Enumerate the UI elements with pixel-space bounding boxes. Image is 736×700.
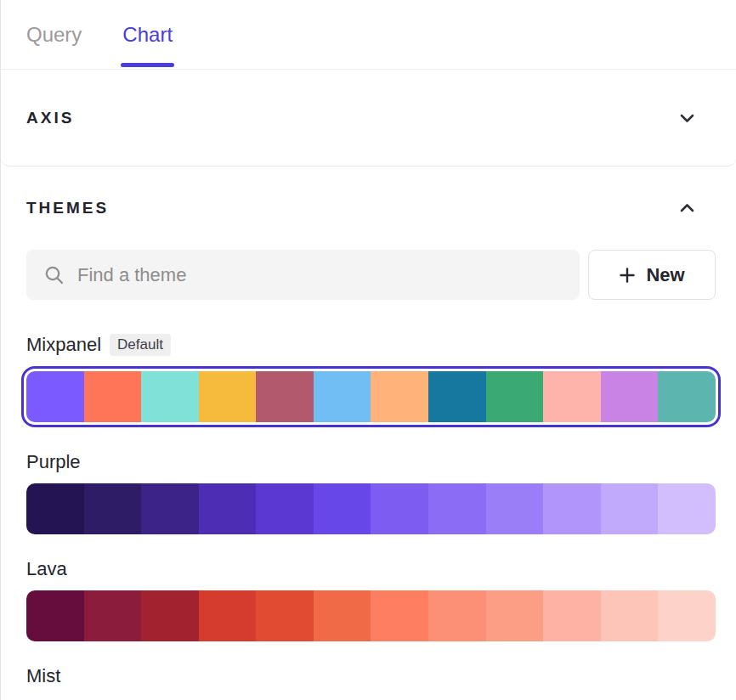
theme-swatch-row[interactable] xyxy=(26,483,716,534)
themes-section-header[interactable]: THEMES xyxy=(1,197,736,219)
color-swatch[interactable] xyxy=(486,590,544,641)
color-swatch[interactable] xyxy=(84,483,142,534)
chevron-up-icon[interactable] xyxy=(679,202,695,214)
theme-name: Purple xyxy=(26,451,81,473)
plus-icon xyxy=(619,267,636,284)
theme-swatch-ring[interactable] xyxy=(26,483,716,534)
color-swatch[interactable] xyxy=(199,371,257,422)
theme-swatch-row[interactable] xyxy=(26,371,716,422)
theme-item: Mist xyxy=(26,665,716,687)
color-swatch[interactable] xyxy=(84,371,142,422)
color-swatch[interactable] xyxy=(486,483,544,534)
color-swatch[interactable] xyxy=(658,371,716,422)
search-input[interactable] xyxy=(77,264,563,286)
color-swatch[interactable] xyxy=(486,371,544,422)
axis-section-title: AXIS xyxy=(26,109,74,127)
color-swatch[interactable] xyxy=(141,483,199,534)
theme-name-row: Mist xyxy=(26,665,716,687)
color-swatch[interactable] xyxy=(256,483,314,534)
color-swatch[interactable] xyxy=(141,371,199,422)
theme-name: Mist xyxy=(26,665,60,687)
color-swatch[interactable] xyxy=(543,371,601,422)
color-swatch[interactable] xyxy=(314,483,371,534)
default-badge: Default xyxy=(110,334,171,356)
theme-controls: New xyxy=(1,250,736,300)
color-swatch[interactable] xyxy=(601,371,659,422)
color-swatch[interactable] xyxy=(256,371,314,422)
color-swatch[interactable] xyxy=(141,590,199,641)
color-swatch[interactable] xyxy=(26,483,84,534)
color-swatch[interactable] xyxy=(658,590,716,641)
theme-item: Mixpanel Default xyxy=(26,334,716,427)
theme-name-row: Mixpanel Default xyxy=(26,334,716,356)
theme-name-row: Purple xyxy=(26,451,716,473)
theme-item: Purple xyxy=(26,451,716,534)
color-swatch[interactable] xyxy=(26,590,84,641)
color-swatch[interactable] xyxy=(199,590,257,641)
color-swatch[interactable] xyxy=(371,483,428,534)
search-icon xyxy=(43,264,65,286)
color-swatch[interactable] xyxy=(314,371,371,422)
color-swatch[interactable] xyxy=(371,371,428,422)
tabbar: Query Chart xyxy=(1,0,736,70)
new-theme-button[interactable]: New xyxy=(588,250,716,300)
color-swatch[interactable] xyxy=(543,590,601,641)
color-swatch[interactable] xyxy=(256,590,314,641)
color-swatch[interactable] xyxy=(428,483,486,534)
theme-swatch-ring[interactable] xyxy=(21,366,721,427)
color-swatch[interactable] xyxy=(658,483,716,534)
theme-list: Mixpanel Default Purple Lava Mist xyxy=(1,334,736,687)
axis-section: AXIS xyxy=(1,70,736,167)
color-swatch[interactable] xyxy=(314,590,371,641)
new-theme-button-label: New xyxy=(646,264,684,286)
color-swatch[interactable] xyxy=(428,371,486,422)
theme-swatch-row[interactable] xyxy=(26,590,716,641)
color-swatch[interactable] xyxy=(601,590,659,641)
themes-section-title: THEMES xyxy=(26,199,109,217)
chart-settings-panel: Query Chart AXIS THEMES xyxy=(0,0,736,700)
tab-query[interactable]: Query xyxy=(26,23,82,47)
tab-chart[interactable]: Chart xyxy=(122,23,173,47)
color-swatch[interactable] xyxy=(601,483,659,534)
theme-name: Mixpanel xyxy=(26,334,101,356)
color-swatch[interactable] xyxy=(428,590,486,641)
color-swatch[interactable] xyxy=(26,371,84,422)
color-swatch[interactable] xyxy=(371,590,428,641)
theme-swatch-ring[interactable] xyxy=(26,590,716,641)
color-swatch[interactable] xyxy=(543,483,601,534)
color-swatch[interactable] xyxy=(84,590,142,641)
theme-item: Lava xyxy=(26,558,716,641)
theme-search-box[interactable] xyxy=(26,250,580,300)
axis-section-header[interactable]: AXIS xyxy=(1,70,736,167)
theme-name: Lava xyxy=(26,558,67,580)
themes-section: THEMES xyxy=(1,167,736,687)
color-swatch[interactable] xyxy=(199,483,257,534)
chevron-down-icon[interactable] xyxy=(679,112,695,124)
theme-name-row: Lava xyxy=(26,558,716,580)
